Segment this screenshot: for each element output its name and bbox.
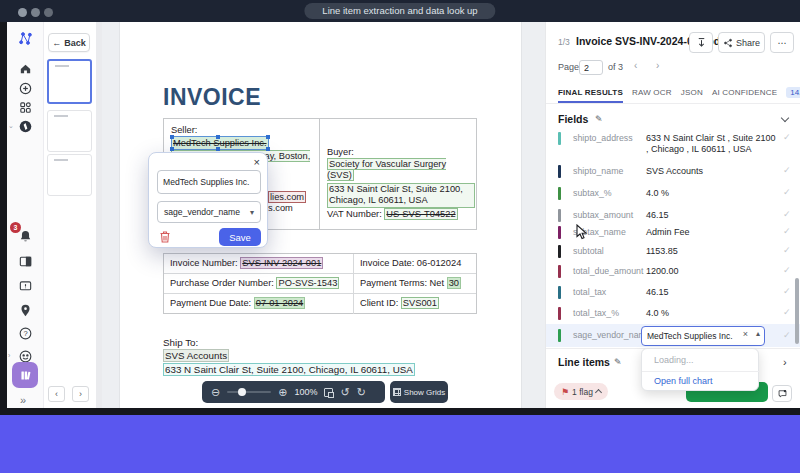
due-date-value[interactable]: 07-01-2024 xyxy=(254,297,306,309)
check-icon[interactable]: ✓ xyxy=(783,209,791,219)
collapse-fields-chevron[interactable] xyxy=(781,114,789,122)
field-row[interactable]: subtax_% 4.0 % ✓ xyxy=(546,185,800,203)
check-icon[interactable]: ✓ xyxy=(783,245,791,255)
field-row-editing[interactable]: sage_vendor_name × ▴ ✓ xyxy=(546,324,800,347)
zoom-in-icon[interactable]: ⊕ xyxy=(278,387,287,398)
field-row[interactable]: total_due_amount 1200.00 ✓ xyxy=(546,263,800,281)
field-name-select[interactable]: sage_vendor_name ▾ xyxy=(157,201,261,223)
flag-button[interactable]: ⚑ 1 flag xyxy=(554,383,608,400)
home-icon[interactable] xyxy=(17,60,34,77)
field-row[interactable]: shipto_address 633 N Saint Clair St , Su… xyxy=(546,130,800,158)
prev-doc-page-chevron[interactable]: ‹ xyxy=(634,60,637,71)
buyer-address[interactable]: 633 N Saint Clair St, Suite 2100, Chicag… xyxy=(327,183,475,208)
page-number-input[interactable] xyxy=(579,60,603,75)
feedback-chat-icon[interactable] xyxy=(17,278,34,295)
po-value[interactable]: PO-SVS-1543 xyxy=(276,277,339,289)
terms-value[interactable]: 30 xyxy=(447,277,461,289)
tab-ai-confidence[interactable]: AI CONFIDENCE xyxy=(712,88,777,101)
selection-handle[interactable] xyxy=(170,147,174,151)
next-doc-page-chevron[interactable]: › xyxy=(656,60,659,71)
expand-rail-icon[interactable]: » xyxy=(20,394,26,406)
prev-page-button[interactable]: ‹ xyxy=(48,386,65,402)
field-value[interactable]: Admin Fee xyxy=(646,227,776,238)
check-icon[interactable]: ✓ xyxy=(783,165,791,175)
compass-icon[interactable] xyxy=(17,118,34,135)
field-value[interactable]: 633 N Saint Clair St , Suite 2100 , Chic… xyxy=(646,133,776,155)
selection-handle[interactable] xyxy=(170,135,174,139)
show-grids-button[interactable]: Show Grids xyxy=(390,381,448,403)
page-thumbnail-1[interactable] xyxy=(47,59,92,104)
clear-icon[interactable]: × xyxy=(743,329,748,339)
compass-expand-chevron[interactable]: ⌄ xyxy=(8,122,14,130)
invoice-number-value[interactable]: SVS-INV-2024-001 xyxy=(240,257,323,269)
field-value[interactable]: SVS Accounts xyxy=(646,166,776,177)
comments-button[interactable] xyxy=(772,385,792,402)
selection-handle[interactable] xyxy=(266,135,270,139)
collapse-icon[interactable]: ▴ xyxy=(756,329,760,338)
check-icon[interactable]: ✓ xyxy=(783,330,791,340)
zoom-slider-knob[interactable] xyxy=(238,388,246,396)
client-id-value[interactable]: SVS001 xyxy=(401,297,439,309)
open-full-chart-link[interactable]: Open full chart xyxy=(654,376,713,386)
tab-raw-ocr[interactable]: RAW OCR xyxy=(632,88,672,101)
selection-handle[interactable] xyxy=(216,147,220,151)
field-value[interactable]: 1200.00 xyxy=(646,266,776,277)
delete-field-icon[interactable] xyxy=(159,230,171,244)
check-icon[interactable]: ✓ xyxy=(783,226,791,236)
field-value-input[interactable] xyxy=(157,170,261,194)
window-dot[interactable] xyxy=(18,8,27,17)
field-value[interactable]: 4.0 % xyxy=(646,308,776,319)
page-thumbnail-3[interactable] xyxy=(47,154,92,196)
save-button[interactable]: Save xyxy=(219,228,261,246)
check-icon[interactable]: ✓ xyxy=(783,132,791,142)
docs-book-icon[interactable] xyxy=(17,253,34,270)
expand-line-items-chevron[interactable]: › xyxy=(783,356,787,368)
field-row[interactable]: total_tax 46.15 ✓ xyxy=(546,284,800,302)
check-icon[interactable]: ✓ xyxy=(783,265,791,275)
add-circle-icon[interactable] xyxy=(17,80,34,97)
window-dot[interactable] xyxy=(31,8,40,17)
tab-json[interactable]: JSON xyxy=(681,88,703,101)
window-dot[interactable] xyxy=(44,8,53,17)
rotate-ccw-icon[interactable]: ↺ xyxy=(340,387,349,398)
edit-fields-icon[interactable]: ✎ xyxy=(595,114,603,124)
page-thumbnail-2[interactable] xyxy=(47,110,92,152)
zoom-out-icon[interactable]: ⊖ xyxy=(211,387,220,398)
check-icon[interactable]: ✓ xyxy=(783,307,791,317)
shipto-name[interactable]: SVS Accounts xyxy=(163,349,229,362)
field-row[interactable]: shipto_name SVS Accounts ✓ xyxy=(546,163,800,181)
apps-grid-icon[interactable] xyxy=(17,99,34,116)
tab-final-results[interactable]: FINAL RESULTS xyxy=(558,88,623,103)
field-value[interactable]: 1153.85 xyxy=(646,246,776,257)
selection-handle[interactable] xyxy=(266,147,270,151)
rotate-cw-icon[interactable]: ↻ xyxy=(357,387,366,398)
buyer-name[interactable]: Society for Vascular Surgery (SVS) xyxy=(327,158,446,182)
fit-page-icon[interactable] xyxy=(324,388,333,397)
field-value[interactable]: 4.0 % xyxy=(646,188,776,199)
library-button[interactable] xyxy=(12,362,38,388)
vat-value[interactable]: US-SVS-T04522 xyxy=(384,208,457,220)
field-row[interactable]: total_tax_% 4.0 % ✓ xyxy=(546,305,800,323)
back-button[interactable]: ← Back xyxy=(48,33,90,52)
seller-email-fragment[interactable]: lies.com xyxy=(268,191,306,203)
shipto-address[interactable]: 633 N Saint Clair St, Suite 2100, Chicag… xyxy=(163,363,415,376)
seller-name-selection[interactable]: MedTech Supplies Inc. xyxy=(171,136,269,150)
zoom-slider[interactable] xyxy=(227,391,271,393)
field-value[interactable]: 46.15 xyxy=(646,287,776,298)
field-row[interactable]: subtax_amount 46.15 ✓ xyxy=(546,207,800,225)
panel-scrollbar[interactable] xyxy=(795,278,799,344)
share-button[interactable]: Share xyxy=(718,32,765,53)
location-pin-icon[interactable] xyxy=(17,302,34,319)
field-value[interactable]: 46.15 xyxy=(646,210,776,221)
next-page-button[interactable]: › xyxy=(72,386,89,402)
app-logo-icon[interactable] xyxy=(17,30,34,47)
download-button[interactable] xyxy=(689,32,713,53)
check-icon[interactable]: ✓ xyxy=(783,187,791,197)
selection-handle[interactable] xyxy=(216,135,220,139)
more-options-button[interactable]: ⋯ xyxy=(770,32,794,53)
close-icon[interactable]: × xyxy=(254,156,260,168)
edit-line-items-icon[interactable]: ✎ xyxy=(614,357,622,367)
check-icon[interactable]: ✓ xyxy=(783,286,791,296)
account-expand-chevron[interactable]: › xyxy=(8,352,10,359)
help-icon[interactable]: ? xyxy=(17,325,34,342)
